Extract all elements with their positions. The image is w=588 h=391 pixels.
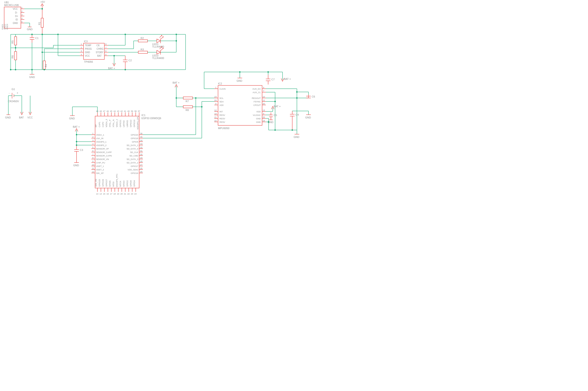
svg-text:CR2450V: CR2450V [8, 100, 19, 103]
svg-text:R1: R1 [38, 22, 41, 25]
svg-text:R7: R7 [186, 100, 189, 103]
svg-text:26: 26 [140, 167, 142, 170]
svg-text:49: 49 [96, 110, 98, 112]
svg-text:MTDO: MTDO [123, 181, 125, 187]
led1: LED1 TLLR4400 [152, 35, 164, 48]
svg-text:9: 9 [215, 103, 216, 105]
svg-text:18: 18 [113, 193, 116, 195]
svg-text:39: 39 [131, 110, 133, 112]
svg-text:CHIP_PU: CHIP_PU [96, 162, 105, 164]
battery-g1: G1 - + CR2450V [8, 88, 22, 103]
svg-text:REGOUT: REGOUT [252, 97, 261, 99]
svg-text:BAT +: BAT + [284, 78, 291, 80]
svg-text:EP: EP [95, 124, 97, 127]
svg-text:GND3: GND3 [6, 24, 8, 30]
svg-text:42: 42 [120, 110, 123, 112]
svg-text:27: 27 [140, 164, 142, 166]
svg-text:C5: C5 [274, 114, 277, 116]
power-5v: +5V [40, 0, 45, 9]
svg-text:XTAL_P: XTAL_P [109, 120, 111, 127]
svg-point-107 [125, 34, 126, 35]
svg-text:GND: GND [256, 121, 261, 123]
svg-text:12: 12 [92, 171, 94, 173]
svg-text:IC3: IC3 [84, 40, 88, 43]
svg-text:GND: GND [69, 117, 75, 120]
svg-text:R6: R6 [11, 55, 14, 59]
svg-text:29: 29 [140, 157, 142, 159]
svg-text:38: 38 [134, 110, 137, 112]
svg-text:R3: R3 [140, 48, 144, 51]
svg-text:BAT: BAT [19, 116, 24, 119]
svg-text:13: 13 [262, 109, 265, 111]
svg-text:43: 43 [117, 110, 119, 112]
svg-text:23: 23 [131, 193, 133, 195]
svg-text:GND: GND [256, 117, 261, 120]
svg-text:3: 3 [21, 14, 22, 16]
esp32-left-pins: 1VDDA_1 2LNA_IN 3VDD3P3_1 4VDD3P3_2 5SEN… [91, 132, 112, 174]
svg-point-412 [195, 97, 196, 99]
gnd-usb: GND [24, 23, 33, 31]
svg-text:TEMP: TEMP [85, 44, 91, 47]
svg-text:24: 24 [134, 193, 137, 195]
svg-text:SDA: SDA [219, 100, 224, 103]
svg-text:C4: C4 [296, 113, 299, 116]
svg-text:CAP2: CAP2 [102, 122, 104, 127]
svg-text:7: 7 [263, 90, 264, 92]
svg-rect-29 [41, 18, 43, 27]
svg-text:1: 1 [21, 6, 22, 9]
resistor-r6: R6 [11, 52, 17, 60]
svg-point-456 [268, 121, 269, 123]
svg-text:48: 48 [100, 110, 102, 112]
svg-text:14: 14 [100, 193, 102, 195]
svg-point-104 [42, 52, 43, 53]
svg-text:1: 1 [215, 86, 216, 89]
svg-text:SENSOR_VN: SENSOR_VN [96, 158, 109, 160]
svg-text:R5: R5 [11, 40, 14, 44]
resistor-r7: R7 [183, 97, 193, 103]
svg-text:G1: G1 [12, 88, 15, 91]
svg-text:11: 11 [262, 99, 265, 101]
svg-text:GPIO26: GPIO26 [102, 179, 104, 187]
svg-text:SD_DATA_0: SD_DATA_0 [127, 148, 138, 150]
svg-text:CLKIN: CLKIN [219, 88, 226, 90]
svg-text:GND: GND [294, 136, 299, 138]
svg-text:VDET_1: VDET_1 [96, 165, 104, 167]
resistor-r5: R5 [11, 37, 17, 45]
svg-point-98 [44, 69, 45, 70]
led2: LED2 TLLR4400 [152, 47, 164, 59]
svg-text:VCC: VCC [27, 116, 33, 119]
resistor-r4: R4 [43, 61, 47, 69]
svg-point-427 [274, 101, 276, 102]
svg-text:SD_DATA_3: SD_DATA_3 [127, 158, 138, 160]
svg-text:C3: C3 [80, 149, 83, 151]
svg-rect-404 [183, 106, 193, 108]
svg-text:GPIO5: GPIO5 [132, 141, 138, 143]
svg-text:-: - [9, 92, 10, 94]
svg-text:GPIO2: GPIO2 [126, 180, 129, 187]
svg-text:CE: CE [96, 44, 100, 47]
svg-point-472 [296, 91, 298, 93]
svg-text:SD_DATA_2: SD_DATA_2 [127, 162, 138, 164]
svg-text:MICRO-USB: MICRO-USB [4, 4, 19, 6]
svg-text:VDD3P3_CPU: VDD3P3_CPU [137, 116, 139, 130]
svg-text:D-: D- [15, 11, 18, 14]
svg-text:30: 30 [140, 153, 142, 156]
svg-line-132 [161, 48, 163, 50]
svg-text:MTMS: MTMS [109, 181, 111, 187]
svg-text:AUX_CL: AUX_CL [253, 91, 261, 94]
svg-text:AUX_DA: AUX_DA [252, 88, 261, 90]
svg-text:VDD: VDD [256, 110, 261, 113]
svg-text:BAT +: BAT + [274, 105, 281, 108]
svg-point-53 [31, 34, 33, 35]
svg-point-32 [42, 8, 43, 9]
svg-text:VDD_SDIO: VDD_SDIO [128, 169, 138, 171]
svg-text:PROG: PROG [85, 48, 92, 50]
ic-tp4056: IC3 TEMP PROG GND VCC CE CHRG STDBY BAT … [80, 40, 108, 63]
svg-text:34: 34 [140, 139, 142, 142]
svg-text:GPIO16: GPIO16 [131, 172, 138, 174]
svg-text:5: 5 [21, 21, 22, 23]
svg-text:11: 11 [92, 167, 94, 170]
svg-rect-44 [14, 52, 17, 60]
svg-point-60 [31, 69, 33, 70]
svg-text:D+: D+ [15, 15, 18, 17]
